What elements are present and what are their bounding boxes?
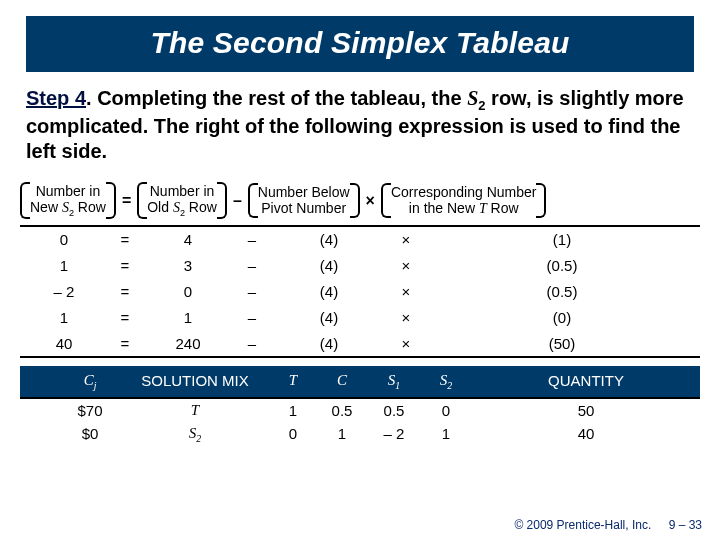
table-row: 0 = 4 – (4) × (1) [20,227,700,252]
page-number: 9 – 33 [669,518,702,532]
copyright: © 2009 Prentice-Hall, Inc. [514,518,651,532]
eq-box-old-s2: Number in Old S2 Row [137,180,227,221]
equation-row: Number in New S2 Row = Number in Old S2 … [20,180,700,221]
eq-box-new-s2: Number in New S2 Row [20,180,116,221]
eq-box-new-t: Corresponding Number in the New T Row [381,181,547,220]
times-sign: × [364,192,377,210]
col-cj: Cj [60,366,120,397]
col-s1: S1 [368,366,420,397]
col-s2: S2 [420,366,472,397]
step-label: Step 4 [26,87,86,109]
step-paragraph: Step 4. Completing the rest of the table… [26,86,694,164]
divider [20,356,700,358]
col-qty: QUANTITY [472,366,700,397]
title-bar: The Second Simplex Tableau [26,16,694,72]
footer: © 2009 Prentice-Hall, Inc. 9 – 33 [514,518,702,532]
table-row: – 2 = 0 – (4) × (0.5) [20,278,700,304]
table-row: 1 = 1 – (4) × (0) [20,304,700,330]
equals-sign: = [120,192,133,210]
col-t: T [270,366,316,397]
col-c: C [316,366,368,397]
table-row: $70 T 1 0.5 0.5 0 50 [20,399,700,422]
calc-table: 0 = 4 – (4) × (1) 1 = 3 – (4) × (0.5) – … [20,225,700,356]
col-mix: SOLUTION MIX [120,366,270,397]
solution-table: Cj SOLUTION MIX T C S1 S2 QUANTITY $70 T… [20,366,700,447]
table-row: 40 = 240 – (4) × (50) [20,330,700,356]
slide-title: The Second Simplex Tableau [26,26,694,60]
minus-sign: – [231,192,244,210]
solution-header: Cj SOLUTION MIX T C S1 S2 QUANTITY [20,366,700,399]
table-row: 1 = 3 – (4) × (0.5) [20,252,700,278]
table-row: $0 S2 0 1 – 2 1 40 [20,422,700,447]
eq-box-below-pivot: Number Below Pivot Number [248,181,360,220]
